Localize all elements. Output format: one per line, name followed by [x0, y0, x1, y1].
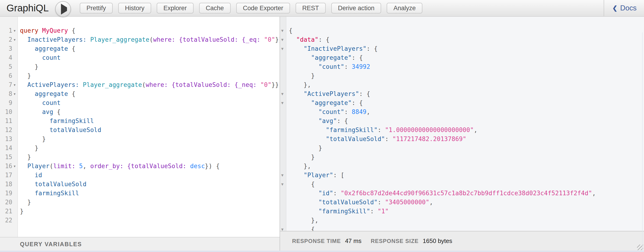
toolbar-button-cache[interactable]: Cache: [199, 3, 231, 13]
code-line[interactable]: }: [20, 135, 280, 144]
code-line[interactable]: },: [289, 162, 644, 171]
toolbar-button-analyze[interactable]: Analyze: [387, 3, 422, 13]
code-line[interactable]: {: [289, 225, 644, 231]
code-line[interactable]: ActivePlayers: Player_aggregate(where: {…: [20, 80, 280, 89]
code-line[interactable]: }: [289, 144, 644, 153]
toolbar-button-prettify[interactable]: Prettify: [80, 3, 113, 13]
code-line[interactable]: "aggregate": {: [289, 98, 644, 107]
graphiql-app: GraphiQL PrettifyHistoryExplorerCacheCod…: [0, 0, 644, 252]
fold-arrow-icon[interactable]: ▾: [281, 26, 284, 35]
code-token: {totalValueSold:: [172, 81, 231, 88]
code-line[interactable]: totalValueSold: [20, 126, 280, 135]
code-token: :: [333, 190, 340, 197]
code-token: }}) {: [275, 36, 280, 43]
code-line[interactable]: InactivePlayers: Player_aggregate(where:…: [20, 35, 280, 44]
code-token: Player: [27, 163, 50, 170]
code-line[interactable]: "count": 8849,: [289, 107, 644, 116]
code-line[interactable]: "id": "0x2f6bc87d2de44cd90f96631c57c1a8b…: [289, 189, 644, 198]
code-line[interactable]: "InactivePlayers": {: [289, 44, 644, 53]
code-token: avg: [42, 108, 53, 115]
code-line[interactable]: aggregate {: [20, 44, 280, 53]
fold-arrow-icon[interactable]: ▾: [281, 171, 284, 180]
code-line[interactable]: }: [20, 207, 280, 216]
code-token: [289, 90, 304, 97]
code-line[interactable]: }: [20, 198, 280, 207]
code-line[interactable]: "ActivePlayers": {: [289, 89, 644, 98]
result-viewer[interactable]: { "data": { "InactivePlayers": { "aggreg…: [286, 16, 644, 231]
code-token: [289, 99, 311, 106]
code-line[interactable]: }: [20, 62, 280, 71]
code-line[interactable]: }: [20, 153, 280, 162]
code-token: (: [142, 81, 146, 88]
code-line[interactable]: farmingSkill: [20, 116, 280, 126]
toolbar-button-explorer[interactable]: Explorer: [157, 3, 194, 13]
code-token: :: [378, 199, 385, 206]
code-token: count: [42, 99, 61, 106]
fold-arrow-icon[interactable]: ▾: [13, 80, 16, 89]
fold-arrow-icon[interactable]: ▾: [281, 44, 284, 53]
code-token: ,: [83, 163, 90, 170]
code-token: },: [289, 163, 311, 170]
code-line[interactable]: count: [20, 53, 280, 62]
code-token: ,: [429, 199, 433, 206]
code-line[interactable]: {: [289, 180, 644, 189]
fold-arrow-icon[interactable]: ▾: [281, 98, 284, 107]
docs-label: Docs: [620, 4, 636, 12]
toolbar-button-history[interactable]: History: [118, 3, 151, 13]
fold-arrow-icon[interactable]: ▾: [281, 89, 284, 98]
code-line[interactable]: "farmingSkill": "1.00000000000000000000"…: [289, 126, 644, 135]
code-line[interactable]: }: [20, 71, 280, 80]
code-line[interactable]: id: [20, 171, 280, 180]
code-line[interactable]: "totalValueSold": "117217482.20137869": [289, 135, 644, 144]
code-token: :: [378, 126, 385, 133]
code-line[interactable]: "data": {: [289, 35, 644, 44]
fold-arrow-icon[interactable]: ▾: [281, 35, 284, 44]
code-token: [260, 36, 264, 43]
code-line[interactable]: [20, 216, 280, 225]
code-line[interactable]: farmingSkill: [20, 189, 280, 198]
code-token: :: [385, 136, 392, 142]
code-line[interactable]: "totalValueSold": "3405000000",: [289, 198, 644, 207]
play-icon: [61, 4, 67, 14]
code-line[interactable]: }: [20, 144, 280, 153]
execute-button[interactable]: [55, 1, 71, 17]
toolbar-button-derive-action[interactable]: Derive action: [331, 3, 381, 13]
fold-arrow-icon[interactable]: ▾: [13, 89, 16, 98]
code-token: totalValueSold: [50, 126, 101, 133]
code-line[interactable]: totalValueSold: [20, 180, 280, 189]
code-line[interactable]: "farmingSkill": "1": [289, 207, 644, 216]
code-line[interactable]: "Player": [: [289, 171, 644, 180]
query-editor-pane[interactable]: 1▾2▾34567▾8▾910111213141516▾171819202122…: [0, 16, 280, 252]
code-token: aggregate: [35, 90, 68, 97]
code-line[interactable]: }: [289, 71, 644, 80]
code-line[interactable]: }: [289, 153, 644, 162]
code-line[interactable]: query MyQuery {: [20, 26, 280, 35]
docs-button[interactable]: ❮ Docs: [612, 0, 636, 16]
code-line[interactable]: },: [289, 80, 644, 89]
code-line[interactable]: count: [20, 98, 280, 107]
code-line[interactable]: "avg": {: [289, 116, 644, 126]
code-line[interactable]: "aggregate": {: [289, 53, 644, 62]
code-token: : {: [352, 99, 363, 106]
toolbar-button-rest[interactable]: REST: [296, 3, 326, 13]
code-token: [20, 190, 35, 197]
query-variables-bar[interactable]: QUERY VARIABLES: [0, 237, 280, 251]
code-line[interactable]: avg {: [20, 107, 280, 116]
line-number: 20: [0, 198, 12, 207]
fold-arrow-icon[interactable]: ▾: [13, 35, 16, 44]
code-token: [20, 36, 27, 43]
code-line[interactable]: {: [289, 26, 644, 35]
code-line[interactable]: },: [289, 216, 644, 225]
line-number: 2: [0, 35, 12, 44]
query-editor[interactable]: query MyQuery { InactivePlayers: Player_…: [18, 16, 280, 237]
code-token: }: [20, 208, 24, 215]
code-line[interactable]: aggregate {: [20, 89, 280, 98]
fold-arrow-icon[interactable]: ▾: [281, 180, 284, 189]
fold-arrow-icon[interactable]: ▾: [13, 162, 16, 171]
response-size-label: RESPONSE SIZE: [371, 238, 418, 244]
code-line[interactable]: Player(limit: 5, order_by: {totalValueSo…: [20, 162, 280, 171]
fold-arrow-icon[interactable]: ▾: [13, 26, 16, 35]
code-token: {: [68, 90, 75, 97]
toolbar-button-code-exporter[interactable]: Code Exporter: [236, 3, 290, 13]
code-line[interactable]: "count": 34992: [289, 62, 644, 71]
